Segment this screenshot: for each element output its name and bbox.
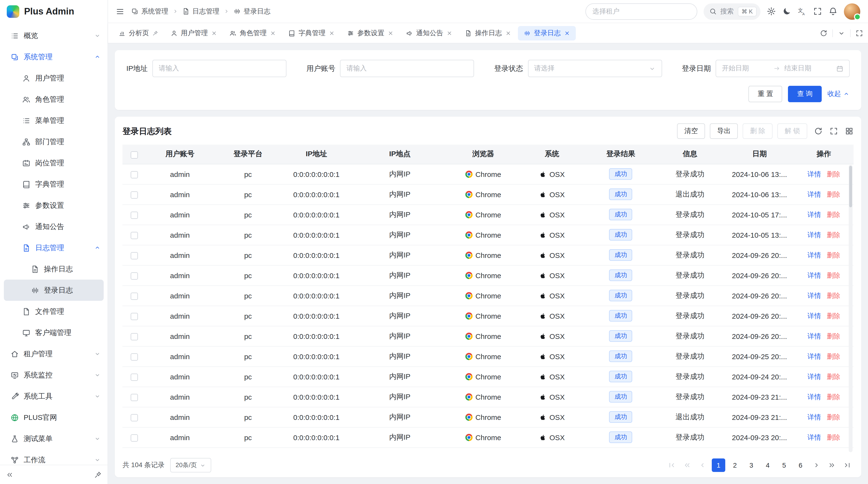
sidebar-item-dict[interactable]: 字典管理 <box>4 173 104 195</box>
sidebar-item-overview[interactable]: 概览 <box>4 25 104 46</box>
jump-forward-button[interactable] <box>826 459 838 472</box>
detail-link[interactable]: 详情 <box>807 170 821 178</box>
date-range-input[interactable]: 开始日期结束日期 <box>716 60 850 77</box>
detail-link[interactable]: 详情 <box>807 271 821 279</box>
page-button-6[interactable]: 6 <box>794 458 807 472</box>
close-icon[interactable] <box>446 30 452 36</box>
collapse-filter-link[interactable]: 收起 <box>828 90 850 98</box>
detail-link[interactable]: 详情 <box>807 291 821 299</box>
ip-input[interactable]: 请输入 <box>152 60 286 77</box>
tab-oper-log[interactable]: 操作日志 <box>459 26 517 40</box>
fullscreen-icon[interactable] <box>813 7 822 16</box>
sidebar-item-monitor[interactable]: 系统监控 <box>4 364 104 386</box>
detail-link[interactable]: 详情 <box>807 393 821 400</box>
delete-link[interactable]: 删除 <box>827 211 840 218</box>
pin-sidebar-button[interactable] <box>94 471 102 479</box>
detail-link[interactable]: 详情 <box>807 352 821 360</box>
row-checkbox[interactable] <box>131 353 138 361</box>
sidebar-item-notice[interactable]: 通知公告 <box>4 216 104 237</box>
detail-link[interactable]: 详情 <box>807 251 821 259</box>
account-input[interactable]: 请输入 <box>340 60 474 77</box>
sidebar-item-dept[interactable]: 部门管理 <box>4 131 104 152</box>
close-icon[interactable] <box>388 30 394 36</box>
row-checkbox[interactable] <box>131 434 138 442</box>
delete-link[interactable]: 删除 <box>827 352 840 360</box>
sidebar-item-system[interactable]: 系统管理 <box>4 46 104 67</box>
theme-moon-icon[interactable] <box>782 7 791 16</box>
detail-link[interactable]: 详情 <box>807 231 821 238</box>
prev-page-button[interactable] <box>696 459 709 472</box>
delete-link[interactable]: 删除 <box>827 231 840 238</box>
expand-content-button[interactable] <box>856 29 863 37</box>
tab-dict[interactable]: 字典管理 <box>283 26 340 40</box>
sidebar-item-role[interactable]: 角色管理 <box>4 89 104 110</box>
close-icon[interactable] <box>211 30 217 36</box>
hamburger-menu-button[interactable] <box>116 7 124 16</box>
tab-user[interactable]: 用户管理 <box>165 26 223 40</box>
sidebar-item-file[interactable]: 文件管理 <box>4 301 104 322</box>
row-checkbox[interactable] <box>131 394 138 401</box>
page-button-3[interactable]: 3 <box>745 458 758 472</box>
breadcrumb-item-log[interactable]: 日志管理 <box>182 7 219 16</box>
sidebar-item-user[interactable]: 用户管理 <box>4 67 104 89</box>
sidebar-item-menu[interactable]: 菜单管理 <box>4 110 104 131</box>
tab-notice[interactable]: 通知公告 <box>400 26 458 40</box>
delete-link[interactable]: 删除 <box>827 312 840 319</box>
row-checkbox[interactable] <box>131 374 138 381</box>
app-logo[interactable]: Plus Admin <box>0 0 107 23</box>
collapse-sidebar-button[interactable] <box>6 471 13 479</box>
page-size-select[interactable]: 20条/页 <box>170 458 211 473</box>
tenant-select-input[interactable]: 选择租户 <box>585 3 697 20</box>
unlock-button[interactable]: 解 锁 <box>777 123 807 139</box>
close-icon[interactable] <box>505 30 511 36</box>
detail-link[interactable]: 详情 <box>807 332 821 340</box>
sidebar-item-tenant[interactable]: 租户管理 <box>4 343 104 364</box>
column-settings-button[interactable] <box>845 127 854 135</box>
detail-link[interactable]: 详情 <box>807 433 821 441</box>
close-icon[interactable] <box>329 30 335 36</box>
close-icon[interactable] <box>564 30 570 36</box>
query-button[interactable]: 查 询 <box>788 86 822 102</box>
table-scrollbar-thumb[interactable] <box>849 166 852 207</box>
row-checkbox[interactable] <box>131 171 138 179</box>
row-checkbox[interactable] <box>131 414 138 421</box>
page-button-4[interactable]: 4 <box>761 458 774 472</box>
delete-link[interactable]: 删除 <box>827 433 840 441</box>
sidebar-item-log[interactable]: 日志管理 <box>4 237 104 258</box>
global-search[interactable]: 搜索 ⌘ K <box>703 3 761 20</box>
sidebar-item-post[interactable]: 岗位管理 <box>4 152 104 173</box>
page-button-2[interactable]: 2 <box>728 458 742 472</box>
row-checkbox[interactable] <box>131 252 138 259</box>
delete-link[interactable]: 删除 <box>827 190 840 198</box>
row-checkbox[interactable] <box>131 333 138 340</box>
sidebar-item-test[interactable]: 测试菜单 <box>4 428 104 449</box>
detail-link[interactable]: 详情 <box>807 211 821 218</box>
sidebar-item-config[interactable]: 参数设置 <box>4 195 104 216</box>
reset-button[interactable]: 重 置 <box>748 86 782 102</box>
sidebar-item-client[interactable]: 客户端管理 <box>4 322 104 343</box>
detail-link[interactable]: 详情 <box>807 413 821 421</box>
sidebar-item-login-log[interactable]: 登录日志 <box>4 280 104 301</box>
row-checkbox[interactable] <box>131 313 138 320</box>
status-select[interactable]: 请选择 <box>528 60 662 77</box>
sidebar-item-tools[interactable]: 系统工具 <box>4 386 104 407</box>
delete-link[interactable]: 删除 <box>827 291 840 299</box>
refresh-page-button[interactable] <box>820 29 828 37</box>
first-page-button[interactable] <box>665 459 678 472</box>
delete-link[interactable]: 删除 <box>827 332 840 340</box>
clear-button[interactable]: 清空 <box>677 123 705 139</box>
row-checkbox[interactable] <box>131 272 138 280</box>
delete-link[interactable]: 删除 <box>827 271 840 279</box>
tab-role[interactable]: 角色管理 <box>224 26 282 40</box>
row-checkbox[interactable] <box>131 232 138 239</box>
export-button[interactable]: 导出 <box>710 123 738 139</box>
detail-link[interactable]: 详情 <box>807 373 821 380</box>
notifications-bell-icon[interactable] <box>829 7 838 16</box>
sidebar-item-workflow[interactable]: 工作流 <box>4 449 104 465</box>
delete-button[interactable]: 删 除 <box>743 123 773 139</box>
user-avatar[interactable] <box>844 3 860 20</box>
sidebar-item-plus-site[interactable]: PLUS官网 <box>4 407 104 428</box>
tab-analysis[interactable]: 分析页 <box>113 26 164 40</box>
jump-back-button[interactable] <box>681 459 693 472</box>
select-all-checkbox[interactable] <box>131 151 138 158</box>
